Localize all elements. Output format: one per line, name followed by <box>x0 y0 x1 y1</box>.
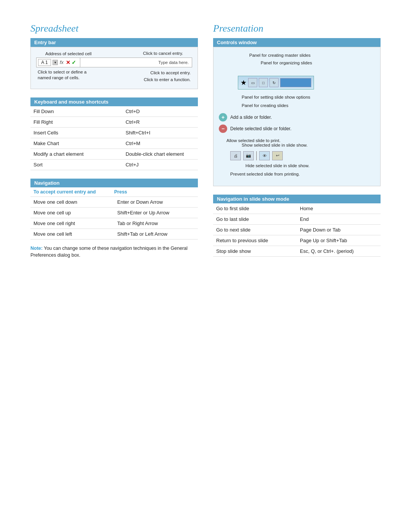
navigation-header: Navigation <box>30 179 198 187</box>
nav-key: Tab or Right Arrow <box>114 218 198 228</box>
address-label: Address of selected cell <box>45 51 91 57</box>
hide-slideshow-label: Hide selected slide in slide show. <box>245 162 375 170</box>
pres-nav-key: Home <box>297 203 381 214</box>
nav-row: Move one cell up Shift+Enter or Up Arrow <box>30 207 198 218</box>
fx-button: fx <box>59 59 65 65</box>
pres-nav-action: Stop slide show <box>213 246 297 257</box>
toolbar-mockup: ★ ▭ □ ↻ <box>238 76 314 89</box>
shortcut-key: Ctrl+J <box>123 159 198 170</box>
callout-creating: Panel for creating slides <box>242 102 375 110</box>
delete-icon-row: − Delete selected slide or folder. <box>219 125 375 133</box>
dropdown-arrow: ▾ <box>53 60 58 65</box>
shortcut-action: Modify a chart element <box>30 149 123 159</box>
callout-options: Panel for setting slide show options <box>242 93 375 102</box>
pres-nav-row: Go to next slide Page Down or Tab <box>213 225 381 235</box>
pres-nav-header: Navigation in slide show mode <box>213 195 381 203</box>
navigation-section: Navigation To accept current entry and P… <box>30 179 198 240</box>
show-slideshow-label: Show selected slide in slide show. <box>242 143 375 147</box>
note-text: Note: You can change some of these navig… <box>30 245 198 259</box>
shortcut-key: Ctrl+M <box>123 138 198 149</box>
spreadsheet-title: Spreadsheet <box>30 23 198 34</box>
nav-col1-header: To accept current entry and <box>33 189 114 195</box>
add-delete-icons: + Add a slide or folder. − Delete select… <box>219 113 375 133</box>
pres-nav-action: Go to first slide <box>213 203 297 214</box>
star-icon: ★ <box>241 78 247 87</box>
pres-nav-key: Page Down or Tab <box>297 225 381 235</box>
controls-window-box: Panel for creating master slides Panel f… <box>213 47 381 186</box>
shortcut-row: Fill Right Ctrl+R <box>30 117 198 127</box>
shortcut-action: Insert Cells <box>30 127 123 138</box>
nav-row: Move one cell left Shift+Tab or Left Arr… <box>30 228 198 239</box>
shortcut-row: Make Chart Ctrl+M <box>30 138 198 149</box>
bottom-icon-callouts: Hide selected slide in slide show. Preve… <box>230 162 375 179</box>
accept-button: ✓ <box>72 59 76 66</box>
cancel-button: ✕ <box>65 59 71 66</box>
pres-nav-key: Esc, Q, or Ctrl+. (period) <box>297 246 381 257</box>
cancel-label: Click to cancel entry. <box>143 51 183 57</box>
shortcuts-header: Keyboard and mouse shortcuts <box>30 97 198 106</box>
shortcut-key: Ctrl+R <box>123 117 198 127</box>
shortcut-key: Ctrl+D <box>123 106 198 117</box>
nav-key: Shift+Enter or Up Arrow <box>114 207 198 218</box>
print-icon: 🖨 <box>230 151 241 160</box>
add-icon: + <box>219 113 227 121</box>
page-container: Spreadsheet Entry bar Address of selecte… <box>0 0 411 532</box>
cell-reference: A 1 <box>38 59 51 66</box>
nav-table: Move one cell down Enter or Down Arrow M… <box>30 197 198 240</box>
entry-bar-row: A 1 ▾ fx ✕ ✓ Type data here. <box>36 58 192 67</box>
toolbar-btn-2: □ <box>259 78 268 87</box>
photo-icon: 📷 <box>243 151 254 160</box>
eye-icon: 👁 <box>259 151 270 160</box>
pres-nav-row: Stop slide show Esc, Q, or Ctrl+. (perio… <box>213 246 381 257</box>
pres-nav-key: Page Up or Shift+Tab <box>297 235 381 246</box>
controls-top-annotations: Panel for creating master slides Panel f… <box>219 52 375 67</box>
callout-master: Panel for creating master slides <box>249 52 375 59</box>
toolbar-btn-3: ↻ <box>269 78 279 87</box>
spreadsheet-section: Spreadsheet Entry bar Address of selecte… <box>30 23 198 259</box>
shortcut-action: Sort <box>30 159 123 170</box>
accept-entry-label: Click to accept entry. <box>144 69 191 76</box>
print-show-annotations: Allow selected slide to print. Show sele… <box>226 138 375 147</box>
pres-nav-action: Go to next slide <box>213 225 297 235</box>
bottom-icons-row: 🖨 📷 👁 ↩ <box>230 151 375 160</box>
nav-action: Move one cell up <box>30 207 114 218</box>
shortcut-action: Fill Down <box>30 106 123 117</box>
shortcut-row: Sort Ctrl+J <box>30 159 198 170</box>
allow-print-label: Allow selected slide to print. <box>226 138 375 143</box>
nav-row: Move one cell right Tab or Right Arrow <box>30 218 198 228</box>
entry-bar-header: Entry bar <box>30 38 198 47</box>
icon-separator <box>256 151 257 160</box>
shortcut-row: Insert Cells Shift+Ctrl+I <box>30 127 198 138</box>
named-range-label: Click to select or define a named range … <box>38 69 95 83</box>
pres-nav-section: Navigation in slide show mode Go to firs… <box>213 195 381 257</box>
pres-nav-row: Return to previous slide Page Up or Shif… <box>213 235 381 246</box>
note-label: Note: <box>30 246 43 251</box>
nav-action: Move one cell down <box>30 197 114 208</box>
shortcut-action: Fill Right <box>30 117 123 127</box>
controls-window-header: Controls window <box>213 38 381 47</box>
nav-col2-header: Press <box>114 189 195 195</box>
toolbar-btn-1: ▭ <box>248 78 257 87</box>
shortcut-key: Double-click chart element <box>123 149 198 159</box>
shortcut-action: Make Chart <box>30 138 123 149</box>
nav-key: Enter or Down Arrow <box>114 197 198 208</box>
nav-sub-headers: To accept current entry and Press <box>30 187 198 197</box>
entry-bar-box: Address of selected cell Click to cancel… <box>30 47 198 89</box>
pres-nav-action: Go to last slide <box>213 214 297 225</box>
entry-bar-right-labels: Click to accept entry. Click to enter a … <box>144 69 191 83</box>
controls-window-section: Controls window Panel for creating maste… <box>213 38 381 186</box>
pres-nav-key: End <box>297 214 381 225</box>
nav-action: Move one cell right <box>30 218 114 228</box>
note-content: You can change some of these navigation … <box>30 246 188 258</box>
pres-nav-row: Go to last slide End <box>213 214 381 225</box>
entry-bar-section: Entry bar Address of selected cell Click… <box>30 38 198 89</box>
pres-nav-row: Go to first slide Home <box>213 203 381 214</box>
shortcut-row: Fill Down Ctrl+D <box>30 106 198 117</box>
loop-icon: ↩ <box>272 151 283 160</box>
nav-action: Move one cell left <box>30 228 114 239</box>
nav-row: Move one cell down Enter or Down Arrow <box>30 197 198 208</box>
function-label: Click to enter a function. <box>144 76 191 83</box>
callout-organize: Panel for organizing slides <box>261 59 375 67</box>
shortcut-row: Modify a chart element Double-click char… <box>30 149 198 159</box>
controls-bottom-annotations: Panel for setting slide show options Pan… <box>242 93 375 110</box>
